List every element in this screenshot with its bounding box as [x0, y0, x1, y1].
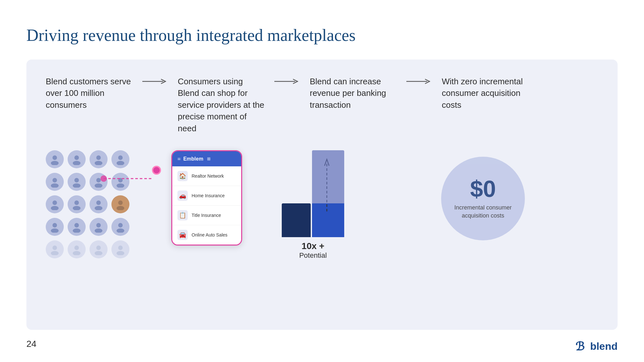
avatar — [46, 150, 64, 168]
svg-point-32 — [95, 228, 102, 233]
svg-point-13 — [74, 178, 79, 182]
realtor-label: Realtor Network — [192, 173, 224, 179]
avatar — [90, 218, 108, 236]
bar-short-container — [282, 203, 311, 237]
svg-point-6 — [73, 161, 80, 165]
avatar-faded — [111, 240, 129, 258]
svg-point-19 — [52, 200, 57, 205]
svg-point-35 — [52, 246, 57, 250]
zero-amount: $0 — [470, 177, 496, 200]
title-insurance-label: Title Insurance — [192, 213, 221, 218]
col-phone-area: ≡ Emblem ⊞ 🏠 Realtor Network 🚗 Home Insu… — [149, 147, 252, 246]
avatar — [90, 195, 108, 213]
avatar — [68, 195, 86, 213]
svg-point-8 — [95, 161, 102, 165]
home-insurance-label: Home Insurance — [192, 193, 225, 198]
bar-top-light — [312, 150, 344, 203]
blend-logo-icon: ℬ — [575, 341, 587, 352]
avatar-faded — [68, 240, 86, 258]
svg-point-20 — [51, 206, 59, 210]
svg-point-12 — [51, 183, 59, 188]
svg-point-3 — [52, 155, 57, 160]
phone-menu-item: 🚗 Home Insurance — [172, 186, 241, 206]
svg-point-5 — [74, 155, 79, 160]
svg-point-36 — [51, 251, 59, 255]
svg-point-27 — [52, 223, 57, 227]
potential-10x: 10x + — [299, 241, 327, 251]
avatar — [68, 150, 86, 168]
flow-item-3: Blend can increase revenue per banking t… — [310, 76, 397, 111]
page-title: Driving revenue through integrated marke… — [26, 26, 355, 45]
title-insurance-icon: 📋 — [177, 210, 188, 220]
pink-dot-connector — [152, 166, 161, 175]
svg-point-7 — [96, 155, 101, 160]
svg-point-16 — [95, 183, 102, 188]
svg-point-22 — [73, 206, 80, 210]
footer-logo: ℬ blend — [575, 340, 618, 352]
col-zero: $0 Incremental consumer acquisition cost… — [368, 147, 598, 240]
avatar-faded — [46, 240, 64, 258]
avatar — [46, 173, 64, 191]
avatar — [111, 173, 129, 191]
avatar — [111, 218, 129, 236]
phone-menu-item: 🚘 Online Auto Sales — [172, 225, 241, 245]
arrow-3 — [397, 76, 442, 85]
flow-item-1: Blend customers serve over 100 million c… — [46, 76, 133, 111]
avatar — [68, 173, 86, 191]
phone-menu-item: 📋 Title Insurance — [172, 206, 241, 225]
phone-header-icon: ⊞ — [207, 156, 211, 162]
svg-point-30 — [73, 228, 80, 233]
svg-point-21 — [74, 200, 79, 205]
svg-point-23 — [96, 200, 101, 205]
svg-point-14 — [73, 183, 80, 188]
phone-body: 🏠 Realtor Network 🚗 Home Insurance 📋 Tit… — [172, 166, 241, 245]
avatar — [90, 173, 108, 191]
svg-point-42 — [117, 251, 124, 255]
phone-logo-icon: ≡ — [177, 156, 181, 162]
svg-point-38 — [73, 251, 80, 255]
svg-point-11 — [52, 178, 57, 182]
zero-circle: $0 Incremental consumer acquisition cost… — [441, 157, 525, 240]
svg-point-39 — [96, 246, 101, 250]
svg-point-10 — [117, 161, 124, 165]
arrow-1 — [133, 76, 178, 85]
svg-point-15 — [96, 178, 101, 182]
people-grid — [46, 150, 149, 260]
auto-sales-label: Online Auto Sales — [192, 232, 227, 237]
svg-point-17 — [118, 178, 123, 182]
main-panel: Blend customers serve over 100 million c… — [26, 60, 618, 330]
bar-tall-container — [312, 150, 344, 237]
avatar — [90, 150, 108, 168]
footer-logo-text: blend — [590, 340, 618, 352]
bar-short — [282, 203, 311, 237]
flow-text-2: Consumers using Blend can shop for servi… — [178, 76, 265, 134]
potential-label: 10x + Potential — [299, 241, 327, 260]
svg-point-37 — [74, 246, 79, 250]
flow-text-4: With zero incremental consumer acquisiti… — [442, 76, 529, 111]
svg-point-40 — [95, 251, 102, 255]
svg-point-4 — [51, 161, 59, 165]
phone-mockup: ≡ Emblem ⊞ 🏠 Realtor Network 🚗 Home Insu… — [171, 150, 242, 246]
avatar — [68, 218, 86, 236]
phone-header-text: Emblem — [183, 156, 203, 162]
home-insurance-icon: 🚗 — [177, 190, 188, 201]
avatar — [46, 195, 64, 213]
svg-point-26 — [117, 206, 124, 210]
phone-menu-item: 🏠 Realtor Network — [172, 166, 241, 186]
flow-item-2: Consumers using Blend can shop for servi… — [178, 76, 265, 134]
col-chart: 10x + Potential — [258, 147, 368, 260]
realtor-icon: 🏠 — [177, 171, 188, 181]
avatar-faded — [90, 240, 108, 258]
svg-point-33 — [118, 223, 123, 227]
flow-item-4: With zero incremental consumer acquisiti… — [442, 76, 529, 111]
svg-point-24 — [95, 206, 102, 210]
avatar — [46, 218, 64, 236]
svg-point-25 — [118, 200, 123, 205]
svg-point-34 — [117, 228, 124, 233]
arrow-2 — [265, 76, 310, 85]
zero-label: Incremental consumer acquisition costs — [454, 204, 512, 220]
svg-point-9 — [118, 155, 123, 160]
potential-text: Potential — [299, 251, 327, 260]
avatar-highlighted — [111, 195, 129, 213]
visuals-row: ≡ Emblem ⊞ 🏠 Realtor Network 🚗 Home Insu… — [46, 147, 598, 260]
